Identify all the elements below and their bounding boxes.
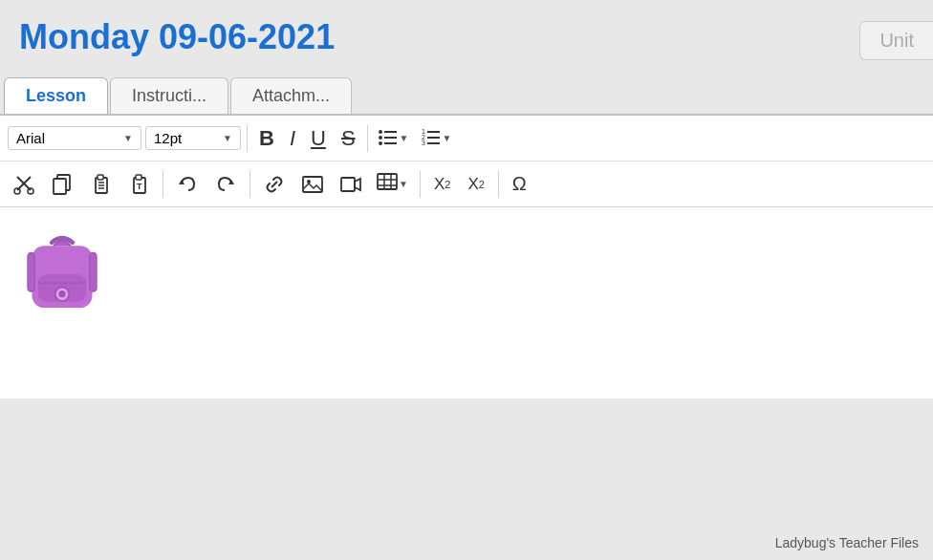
size-selector[interactable]: 12pt ▼ <box>145 126 241 150</box>
content-area[interactable] <box>0 207 933 398</box>
font-value: Arial <box>16 130 45 146</box>
backpack-image <box>19 226 105 322</box>
svg-rect-32 <box>378 174 397 189</box>
svg-rect-1 <box>384 131 397 133</box>
image-button[interactable] <box>296 170 329 199</box>
header: Monday 09-06-2021 Unit <box>0 0 933 77</box>
svg-point-2 <box>379 136 382 140</box>
tab-lesson[interactable]: Lesson <box>4 77 108 114</box>
svg-text:3: 3 <box>422 140 425 146</box>
svg-rect-30 <box>341 178 355 191</box>
svg-rect-5 <box>384 142 397 144</box>
ordered-list-arrow-icon: ▼ <box>443 133 452 143</box>
footer-credit: Ladybug's Teacher Files <box>775 535 919 550</box>
svg-rect-3 <box>384 137 397 139</box>
svg-rect-17 <box>54 179 66 194</box>
svg-rect-11 <box>427 142 440 144</box>
underline-button[interactable]: U <box>305 122 332 155</box>
toolbar-row2: T <box>0 162 933 206</box>
toolbar-row1: Arial ▼ 12pt ▼ B I U S <box>0 116 933 162</box>
ordered-list-icon: 1 2 3 <box>421 125 442 151</box>
svg-text:T: T <box>137 182 142 191</box>
omega-button[interactable]: Ω <box>507 169 532 199</box>
strikethrough-button[interactable]: S <box>336 122 361 155</box>
toolbar-area: Arial ▼ 12pt ▼ B I U S <box>0 116 933 207</box>
svg-rect-7 <box>427 131 440 133</box>
paste-button[interactable] <box>84 170 117 199</box>
table-button[interactable]: ▼ <box>373 167 412 201</box>
link-button[interactable] <box>258 170 291 199</box>
unit-button[interactable]: Unit <box>859 21 933 60</box>
svg-rect-28 <box>303 177 322 192</box>
unordered-list-button[interactable]: ▼ <box>374 121 413 155</box>
separator-2 <box>367 125 368 152</box>
separator-6 <box>498 171 499 198</box>
svg-point-0 <box>379 130 382 134</box>
separator-5 <box>420 171 421 198</box>
date-title: Monday 09-06-2021 <box>19 17 335 57</box>
ordered-list-button[interactable]: 1 2 3 ▼ <box>417 121 456 155</box>
svg-rect-9 <box>427 137 440 139</box>
video-button[interactable] <box>335 170 367 199</box>
separator-4 <box>250 171 250 198</box>
svg-rect-42 <box>28 253 34 292</box>
svg-point-41 <box>58 291 65 297</box>
unordered-list-arrow-icon: ▼ <box>400 133 409 143</box>
size-arrow-icon: ▼ <box>223 133 232 143</box>
tab-attachments[interactable]: Attachm... <box>230 77 352 114</box>
tabs-container: Lesson Instructi... Attachm... <box>0 77 933 116</box>
paste-text-button[interactable]: T <box>122 170 155 199</box>
separator-3 <box>163 171 163 198</box>
cut-button[interactable] <box>8 170 40 199</box>
svg-point-4 <box>379 141 382 145</box>
redo-button[interactable] <box>209 170 242 199</box>
italic-button[interactable]: I <box>284 122 301 155</box>
svg-rect-19 <box>98 175 103 180</box>
superscript-button[interactable]: X2 <box>462 171 489 198</box>
undo-button[interactable] <box>171 170 204 199</box>
svg-marker-31 <box>355 179 360 190</box>
bold-button[interactable]: B <box>253 122 280 155</box>
subscript-button[interactable]: X2 <box>428 171 456 198</box>
unordered-list-icon <box>378 125 399 151</box>
table-icon <box>377 171 398 197</box>
size-value: 12pt <box>154 130 182 146</box>
separator-1 <box>247 125 248 152</box>
tab-instructions[interactable]: Instructi... <box>110 77 228 114</box>
svg-rect-24 <box>136 175 141 180</box>
copy-button[interactable] <box>46 170 78 199</box>
svg-rect-43 <box>90 253 97 292</box>
font-selector[interactable]: Arial ▼ <box>8 126 141 150</box>
table-arrow-icon: ▼ <box>399 179 408 189</box>
font-arrow-icon: ▼ <box>123 133 133 143</box>
